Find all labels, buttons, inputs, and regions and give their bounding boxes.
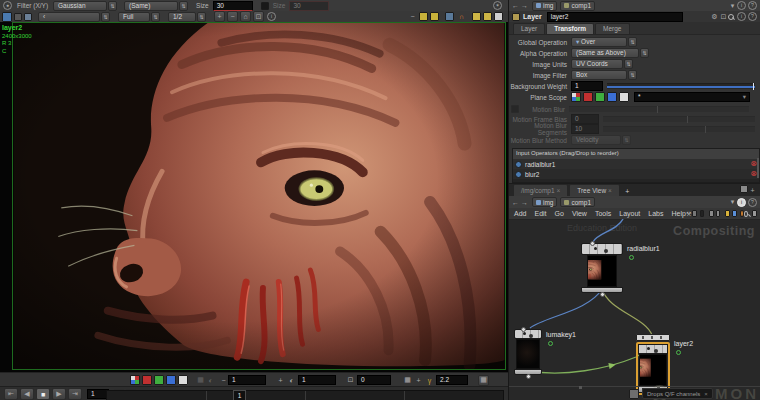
snapshot-a-icon[interactable] (419, 12, 428, 21)
gamma-icon[interactable]: γ (425, 376, 434, 385)
lut-grid-icon[interactable]: ▦ (403, 376, 412, 385)
zoom-full-menu[interactable]: Full (118, 12, 150, 22)
zoom-ratio-spinner[interactable]: ⇅ (197, 12, 206, 22)
zoom-in-icon[interactable]: + (214, 11, 225, 22)
folder-blue-icon[interactable] (732, 210, 737, 217)
red-plane-icon[interactable] (142, 375, 152, 385)
scope-green-icon[interactable] (595, 92, 605, 102)
view-info-icon[interactable]: i (267, 12, 276, 21)
menu-edit[interactable]: Edit (534, 210, 546, 217)
node-radialblur1[interactable] (581, 243, 623, 293)
alpha-plane-icon[interactable] (178, 375, 188, 385)
adapt-icon[interactable]: ◐ (206, 376, 215, 385)
pill-close-icon[interactable]: × (704, 391, 708, 397)
flag-tool-icon[interactable] (692, 210, 696, 217)
size2-input[interactable]: 30 (289, 1, 329, 11)
frame-view-icon[interactable]: ⊡ (253, 11, 264, 22)
pill-grid-icon[interactable] (629, 389, 639, 399)
gain-input[interactable]: 1 (228, 375, 266, 385)
filter-x-spinner[interactable]: ⇅ (108, 1, 117, 11)
pane-tab-treeview[interactable]: Tree View × (569, 184, 620, 196)
timeline[interactable]: 1 (106, 390, 504, 400)
path-dropdown-icon[interactable]: ▾ (728, 1, 737, 10)
folder-a-icon[interactable] (709, 210, 714, 217)
param-gear-icon[interactable]: ⚙ (710, 12, 719, 21)
tab-layer[interactable]: Layer (513, 23, 545, 34)
node-tilebar[interactable] (638, 344, 668, 354)
new-tab-icon[interactable]: + (623, 187, 632, 196)
grid-c-icon[interactable] (494, 12, 503, 21)
param-pin-icon[interactable]: ⊡ (719, 12, 728, 21)
status-pill[interactable]: Drops Q/F channels × (629, 388, 713, 399)
gamma-input[interactable]: 2.2 (436, 375, 468, 385)
folder-yellow-icon[interactable] (725, 210, 730, 217)
motion-blur-segments-input[interactable]: 10 (571, 124, 599, 134)
global-operation-spinner[interactable]: ⇅ (628, 37, 637, 47)
offset-icon[interactable]: ⊡ (346, 376, 355, 385)
scope-all-icon[interactable] (571, 92, 581, 102)
alpha-operation-spinner[interactable]: ⇅ (640, 48, 649, 58)
bg-toggle-icon[interactable]: ▦ (478, 375, 489, 386)
play-forward-button[interactable]: ▶ (52, 388, 66, 400)
offset-input[interactable]: 0 (357, 375, 391, 385)
image-filter-menu[interactable]: Box (571, 70, 627, 80)
image-units-spinner[interactable]: ⇅ (624, 59, 633, 69)
node-label-layer2[interactable]: layer2 (674, 340, 693, 347)
nav-back-icon[interactable]: ← (511, 198, 520, 207)
home-view-icon[interactable]: ⌂ (240, 11, 251, 22)
camera-icon[interactable] (752, 210, 757, 217)
viewer-options-icon[interactable]: ● (3, 1, 12, 10)
filter-y-menu[interactable]: (Same) (124, 1, 178, 11)
stop-button[interactable]: ■ (36, 388, 50, 400)
filter-x-menu[interactable]: Gaussian (53, 1, 107, 11)
node-input-stub[interactable] (590, 241, 595, 246)
gamma-plus-icon[interactable]: + (414, 376, 423, 385)
motion-frame-bias-input[interactable]: 0 (571, 114, 599, 124)
param-info-icon[interactable]: i (737, 12, 746, 21)
rgba-planes-icon[interactable] (130, 375, 140, 385)
grid-a-icon[interactable] (472, 12, 481, 21)
pane-info-icon[interactable]: i (737, 1, 746, 10)
play-reverse-button[interactable]: ◀ (20, 388, 34, 400)
network-search-icon[interactable] (744, 211, 748, 217)
nav-forward-icon[interactable]: → (520, 198, 529, 207)
motion-blur-checkbox[interactable] (511, 105, 519, 113)
path-dropdown-icon[interactable]: ▾ (728, 198, 737, 207)
menu-add[interactable]: Add (514, 210, 526, 217)
cursor-tool-icon[interactable] (445, 12, 454, 21)
node-label-lumakey1[interactable]: lumakey1 (546, 331, 576, 338)
go-first-frame-button[interactable]: ⇤ (4, 388, 18, 400)
viewer-help-icon[interactable]: ✶ (493, 1, 502, 10)
node-input-stub[interactable] (521, 327, 526, 332)
node-output-stub[interactable] (600, 292, 605, 297)
close-tab-icon[interactable]: × (608, 187, 612, 194)
blue-plane-icon[interactable] (166, 375, 176, 385)
gain-plus-icon[interactable]: + (276, 376, 285, 385)
path-chip-img[interactable]: img (532, 197, 557, 207)
folder-b-icon[interactable] (716, 210, 721, 217)
pane-maximize-icon[interactable] (740, 185, 748, 193)
split-view-icon[interactable] (14, 13, 22, 21)
lut-icon[interactable]: ▦ (196, 376, 205, 385)
menu-go[interactable]: Go (555, 210, 564, 217)
operators-scrollbar[interactable] (757, 158, 759, 178)
tab-transform[interactable]: Transform (546, 23, 594, 34)
filter-y-spinner[interactable]: ⇅ (179, 1, 188, 11)
magnet-snap-icon[interactable]: ∩ (457, 12, 466, 21)
viewer-canvas[interactable]: layer2 2400x3000 R 3 C (0, 22, 508, 372)
remove-operator-icon[interactable]: ⊗ (750, 170, 757, 178)
motion-blur-method-spinner[interactable]: ⇅ (622, 135, 631, 145)
scope-blue-icon[interactable] (607, 92, 617, 102)
path-chip-comp1[interactable]: comp1 (560, 1, 595, 11)
green-plane-icon[interactable] (154, 375, 164, 385)
gain-minus-icon[interactable]: − (219, 376, 228, 385)
snapshot-b-icon[interactable] (430, 12, 439, 21)
go-last-frame-button[interactable]: ⇥ (68, 388, 82, 400)
wrench-icon[interactable]: ⚒ (686, 209, 691, 218)
background-weight-input[interactable]: 1 (571, 81, 603, 91)
tab-merge[interactable]: Merge (595, 23, 629, 34)
remove-operator-icon[interactable]: ⊗ (750, 160, 757, 168)
path-chip-img[interactable]: img (532, 1, 557, 11)
plane-scope-input[interactable]: *▾ (634, 92, 750, 102)
network-canvas[interactable]: Education Edition Compositing (509, 219, 760, 400)
